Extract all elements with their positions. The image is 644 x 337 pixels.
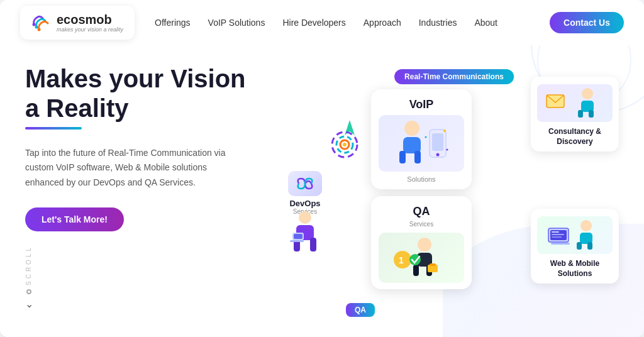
- svg-rect-45: [551, 243, 570, 245]
- main-nav: Offerings VoIP Solutions Hire Developers…: [155, 18, 550, 28]
- title-underline: [25, 127, 82, 130]
- hero-description: Tap into the future of Real-Time Communi…: [25, 146, 239, 189]
- nav-hire-developers[interactable]: Hire Developers: [282, 18, 345, 28]
- svg-point-25: [418, 238, 431, 251]
- chat-bubble-icon: [327, 127, 362, 162]
- qa-card: QA Services 1: [371, 196, 472, 289]
- scroll-label: SCROLL: [25, 254, 32, 285]
- chat-icon: [327, 127, 362, 165]
- svg-point-2: [38, 28, 41, 31]
- svg-point-8: [299, 211, 311, 224]
- webmobile-card: Web & Mobile Solutions: [531, 209, 619, 284]
- webmobile-card-title: Web & Mobile Solutions: [537, 259, 613, 279]
- svg-rect-17: [399, 151, 406, 163]
- nav-voip-solutions[interactable]: VoIP Solutions: [208, 18, 265, 28]
- logo-box: ecosmob makes your vision a reality: [20, 6, 135, 40]
- consultancy-card-title: Consultancy & Discovery: [537, 127, 613, 146]
- logo-tagline: makes your vision a reality: [57, 26, 123, 33]
- hero-title: Makes your Vision a Reality: [25, 64, 289, 130]
- svg-rect-18: [414, 151, 421, 163]
- svg-point-39: [580, 220, 592, 231]
- right-column: Real-Time Communications: [289, 58, 619, 337]
- contact-button[interactable]: Contact Us: [550, 12, 624, 33]
- svg-rect-41: [577, 242, 582, 250]
- qa-illustration: 1: [379, 233, 464, 283]
- svg-point-15: [404, 121, 419, 136]
- nav-offerings[interactable]: Offerings: [155, 18, 191, 28]
- qa-badge: QA: [346, 303, 375, 317]
- scroll-arrow-icon: ⌄: [25, 298, 33, 310]
- talk-more-button[interactable]: Let's Talk More!: [25, 207, 124, 231]
- svg-point-23: [425, 136, 427, 138]
- nav-industries[interactable]: Industries: [419, 18, 457, 28]
- voip-card: VoIP: [371, 89, 472, 189]
- svg-rect-48: [552, 236, 562, 238]
- scroll-dot: [26, 289, 31, 294]
- svg-rect-46: [552, 231, 559, 233]
- voip-illustration: [379, 115, 464, 172]
- main-content: Makes your Vision a Reality Tap into the…: [0, 45, 644, 337]
- hero-title-line2: a Reality: [25, 94, 129, 122]
- qa-card-subtitle: Services: [379, 221, 464, 228]
- voip-card-subtitle: Solutions: [379, 175, 464, 183]
- scroll-indicator: SCROLL ⌄: [25, 254, 289, 310]
- svg-rect-20: [432, 133, 443, 151]
- devops-icon: [288, 171, 322, 196]
- header: ecosmob makes your vision a reality Offe…: [0, 0, 644, 45]
- devops-illustration: [283, 215, 327, 253]
- svg-rect-14: [290, 240, 304, 242]
- svg-rect-13: [294, 234, 303, 239]
- hero-title-line1: Makes your Vision: [25, 65, 246, 92]
- svg-rect-37: [578, 110, 583, 118]
- logo-name: ecosmob: [57, 13, 123, 26]
- consultancy-card: Consultancy & Discovery: [531, 77, 619, 152]
- devops-title: DevOps: [289, 199, 320, 208]
- left-column: Makes your Vision a Reality Tap into the…: [25, 58, 289, 337]
- qa-card-title: QA: [379, 205, 464, 218]
- realtime-badge: Real-Time Communications: [394, 69, 514, 84]
- svg-rect-47: [552, 234, 564, 235]
- logo-icon: [28, 11, 52, 35]
- svg-point-31: [409, 254, 421, 265]
- svg-rect-42: [587, 242, 592, 250]
- svg-point-21: [436, 153, 440, 157]
- svg-text:1: 1: [399, 255, 404, 265]
- svg-rect-38: [589, 110, 594, 118]
- logo-text: ecosmob makes your vision a reality: [57, 13, 123, 33]
- svg-point-1: [35, 26, 38, 29]
- svg-rect-11: [310, 238, 316, 251]
- svg-rect-27: [413, 265, 419, 276]
- svg-rect-33: [430, 263, 436, 266]
- svg-point-7: [343, 143, 347, 146]
- consultancy-illustration: [537, 84, 613, 122]
- devops-float: DevOps Services: [283, 171, 327, 253]
- nav-approach[interactable]: Approach: [364, 18, 401, 28]
- voip-card-title: VoIP: [379, 98, 464, 111]
- svg-point-22: [443, 130, 446, 132]
- svg-point-24: [447, 149, 448, 151]
- nav-about[interactable]: About: [474, 18, 497, 28]
- page-wrapper: ecosmob makes your vision a reality Offe…: [0, 0, 644, 337]
- svg-point-0: [33, 23, 36, 26]
- webmobile-illustration: [537, 216, 613, 254]
- svg-point-35: [582, 88, 593, 99]
